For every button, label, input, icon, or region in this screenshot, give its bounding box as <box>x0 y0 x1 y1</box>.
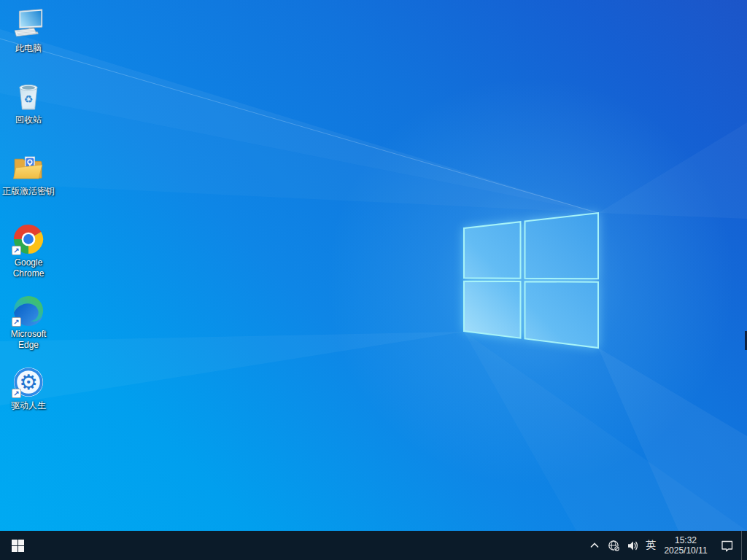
this-pc-icon <box>12 9 44 41</box>
desktop-icon-recycle-bin[interactable]: ♻ 回收站 <box>1 79 56 149</box>
tray-show-hidden-icons-button[interactable] <box>585 531 604 560</box>
shortcut-arrow-icon: ↗ <box>12 246 21 255</box>
desktop-icon-activation-key-folder[interactable]: 正版激活密钥 <box>1 150 56 220</box>
icon-label: 正版激活密钥 <box>2 186 55 197</box>
icon-label: 此电脑 <box>15 43 42 54</box>
icon-label: 驱动人生 <box>11 400 46 411</box>
svg-text:♻: ♻ <box>24 93 34 105</box>
show-desktop-button[interactable] <box>741 531 747 560</box>
icon-label: Google Chrome <box>1 257 56 279</box>
recycle-bin-icon: ♻ <box>12 80 44 112</box>
shortcut-arrow-icon: ↗ <box>12 389 21 398</box>
network-status-button[interactable] <box>604 531 623 560</box>
icon-label: Microsoft Edge <box>1 329 56 351</box>
speaker-icon <box>627 540 639 552</box>
shortcut-arrow-icon: ↗ <box>12 317 21 327</box>
wallpaper-light-beams <box>0 0 747 531</box>
clock-date: 2025/10/11 <box>664 545 707 556</box>
action-center-button[interactable] <box>712 531 741 560</box>
action-center-icon <box>720 540 734 552</box>
language-indicator[interactable]: 英 <box>642 531 659 560</box>
windows-start-icon <box>12 540 24 552</box>
desktop-icon-google-chrome[interactable]: ↗ Google Chrome <box>1 222 56 292</box>
clock-time: 15:32 <box>675 535 697 545</box>
desktop-icon-driver-app[interactable]: ⚙ ↗ 驱动人生 <box>1 365 56 435</box>
svg-text:⚙: ⚙ <box>19 370 38 394</box>
globe-no-internet-icon <box>608 540 620 552</box>
desktop-icon-microsoft-edge[interactable]: ↗ Microsoft Edge <box>1 293 56 363</box>
desktop-icon-this-pc[interactable]: 此电脑 <box>1 7 56 77</box>
taskbar: 英 15:32 2025/10/11 <box>0 531 747 560</box>
activation-key-folder-icon <box>12 152 44 184</box>
desktop: 此电脑 ♻ 回收站 <box>0 0 747 531</box>
icon-label: 回收站 <box>15 114 42 125</box>
taskbar-empty-area <box>35 531 585 560</box>
taskbar-clock[interactable]: 15:32 2025/10/11 <box>659 531 712 560</box>
start-button[interactable] <box>0 531 35 560</box>
windows-logo <box>0 0 747 531</box>
chevron-up-icon <box>589 541 600 550</box>
volume-button[interactable] <box>623 531 642 560</box>
